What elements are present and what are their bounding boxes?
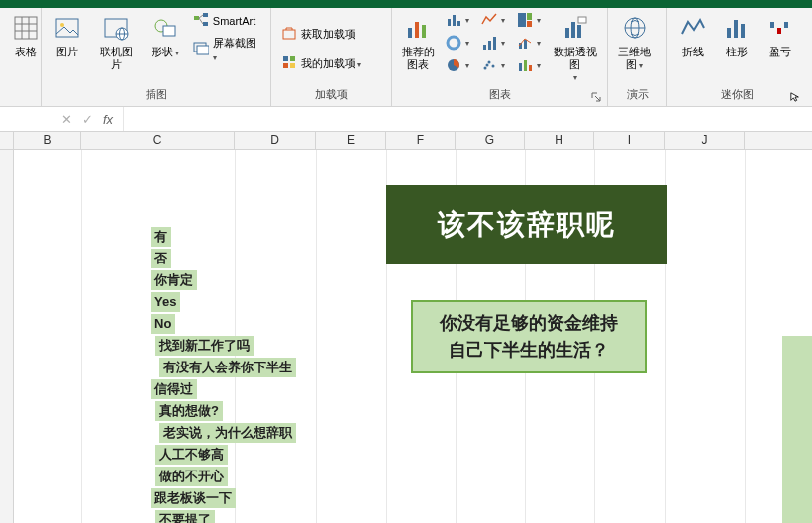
smartart-button[interactable]: SmartArt — [189, 10, 264, 32]
cell[interactable]: 有 — [151, 227, 171, 247]
svg-rect-28 — [448, 19, 451, 26]
svg-rect-15 — [203, 22, 208, 26]
screenshot-icon — [193, 41, 209, 58]
col-G: G — [456, 132, 525, 149]
cell[interactable]: 人工不够高 — [155, 445, 228, 465]
ribbon-group-charts: 推荐的 图表 ▾ ▾ ▾ ▾ ▾ ▾ ▾ ▾ ▾ — [392, 8, 608, 106]
sparkline-line-button[interactable]: 折线 — [673, 10, 713, 60]
svg-rect-50 — [577, 25, 581, 38]
cell[interactable]: 跟老板谈一下 — [151, 488, 236, 508]
enter-icon[interactable]: ✓ — [82, 112, 93, 127]
screenshot-button[interactable]: 屏幕截图 ▾ — [189, 34, 264, 64]
cell[interactable]: 不要提了 — [155, 510, 215, 523]
dialog-launcher-icon[interactable] — [591, 92, 601, 102]
svg-point-42 — [488, 61, 491, 64]
sparkline-column-button[interactable]: 柱形 — [717, 10, 757, 60]
recommended-charts-icon — [404, 12, 432, 44]
online-pictures-button[interactable]: 联机图片 — [91, 10, 142, 72]
side-shape[interactable] — [782, 336, 812, 523]
label: 获取加载项 — [301, 27, 355, 42]
statistic-chart-button[interactable]: ▾ — [477, 33, 509, 52]
svg-point-41 — [484, 67, 487, 70]
cell[interactable]: 老实说，为什么想辞职 — [159, 423, 296, 443]
pictures-button[interactable]: 图片 — [48, 10, 87, 60]
ribbon: 表格 图片 联机图片 形状 ▾ SmartArt — [0, 8, 812, 107]
name-box[interactable] — [0, 107, 51, 131]
column-chart-button[interactable]: ▾ — [442, 10, 473, 30]
svg-rect-45 — [519, 63, 522, 71]
table-icon — [12, 12, 40, 44]
column-headers[interactable]: B C D E F G H I J — [0, 132, 812, 150]
svg-rect-47 — [529, 65, 532, 71]
cell[interactable]: 你肯定 — [151, 270, 197, 290]
svg-rect-0 — [15, 17, 37, 39]
row-headers[interactable] — [0, 150, 14, 523]
svg-rect-21 — [283, 56, 288, 61]
recommended-charts-button[interactable]: 推荐的 图表 — [398, 10, 438, 72]
question-box[interactable]: 你没有足够的资金维持 自己下半生的生活？ — [411, 300, 647, 373]
cell[interactable]: 有没有人会养你下半生 — [159, 358, 296, 377]
ribbon-group-tables: 表格 — [0, 8, 42, 106]
line-chart-button[interactable]: ▾ — [477, 10, 509, 30]
ribbon-group-addins: 获取加载项 我的加载项 ▾ 加载项 — [271, 8, 392, 106]
sparkline-line-icon — [679, 12, 707, 44]
surface-chart-button[interactable]: ▾ — [513, 55, 545, 75]
cell[interactable]: 做的不开心 — [155, 467, 228, 486]
col-I: I — [594, 132, 665, 149]
col-H: H — [525, 132, 594, 149]
svg-point-44 — [486, 64, 489, 67]
svg-rect-27 — [422, 25, 426, 38]
svg-point-43 — [492, 65, 495, 68]
label: 我的加载项 ▾ — [301, 56, 361, 71]
pictures-icon — [53, 12, 81, 44]
group-label: 加载项 — [277, 87, 385, 104]
svg-rect-33 — [527, 21, 532, 27]
treemap-button[interactable]: ▾ — [513, 10, 545, 30]
pivot-chart-button[interactable]: 数据透视图▾ — [549, 10, 601, 85]
cell[interactable]: 找到新工作了吗 — [155, 336, 254, 356]
combo-chart-button[interactable]: ▾ — [513, 33, 545, 52]
formula-bar: ✕ ✓ fx — [0, 107, 812, 132]
table-button[interactable]: 表格 — [6, 10, 46, 60]
cell[interactable]: 真的想做? — [155, 401, 223, 421]
ribbon-group-illustrations: 图片 联机图片 形状 ▾ SmartArt 屏幕截图 ▾ 插 — [42, 8, 271, 106]
pie-chart-button[interactable]: ▾ — [442, 55, 473, 75]
my-addins-button[interactable]: 我的加载项 ▾ — [277, 52, 365, 74]
svg-line-17 — [199, 18, 203, 24]
formula-input[interactable] — [124, 107, 812, 131]
col-J: J — [665, 132, 745, 149]
hierarchy-chart-button[interactable]: ▾ — [442, 33, 473, 52]
col-E: E — [316, 132, 386, 149]
svg-rect-23 — [283, 63, 288, 68]
label: 柱形 — [726, 46, 748, 58]
group-label — [6, 90, 35, 104]
cell[interactable]: No — [151, 314, 175, 334]
get-addins-button[interactable]: 获取加载项 — [277, 23, 365, 45]
svg-rect-46 — [524, 60, 527, 71]
svg-rect-60 — [784, 22, 788, 28]
worksheet-area[interactable]: 有 否 你肯定 Yes No 找到新工作了吗 有没有人会养你下半生 信得过 真的… — [0, 150, 812, 523]
svg-rect-30 — [457, 21, 460, 26]
svg-rect-55 — [727, 28, 731, 38]
svg-rect-32 — [527, 13, 532, 20]
cell[interactable]: 信得过 — [151, 379, 197, 399]
svg-rect-20 — [283, 30, 295, 39]
label: 屏幕截图 ▾ — [213, 36, 260, 62]
title-banner[interactable]: 该不该辞职呢 — [386, 185, 667, 264]
cell[interactable]: Yes — [151, 292, 180, 312]
sparkline-winloss-button[interactable]: 盈亏 — [761, 10, 800, 60]
fx-icon[interactable]: fx — [103, 112, 113, 127]
shapes-button[interactable]: 形状 ▾ — [146, 10, 185, 60]
svg-rect-36 — [488, 41, 491, 50]
svg-rect-19 — [197, 46, 209, 54]
3d-map-button[interactable]: 三维地 图 ▾ — [614, 10, 655, 72]
ribbon-group-tours: 三维地 图 ▾ 演示 — [608, 8, 667, 106]
cell[interactable]: 否 — [151, 249, 171, 268]
sparkline-winloss-icon — [766, 12, 794, 44]
cancel-icon[interactable]: ✕ — [61, 112, 72, 127]
col-C: C — [81, 132, 235, 149]
scatter-chart-button[interactable]: ▾ — [477, 55, 509, 75]
cursor-icon — [790, 92, 800, 102]
svg-point-6 — [60, 23, 64, 27]
svg-rect-25 — [408, 28, 412, 38]
